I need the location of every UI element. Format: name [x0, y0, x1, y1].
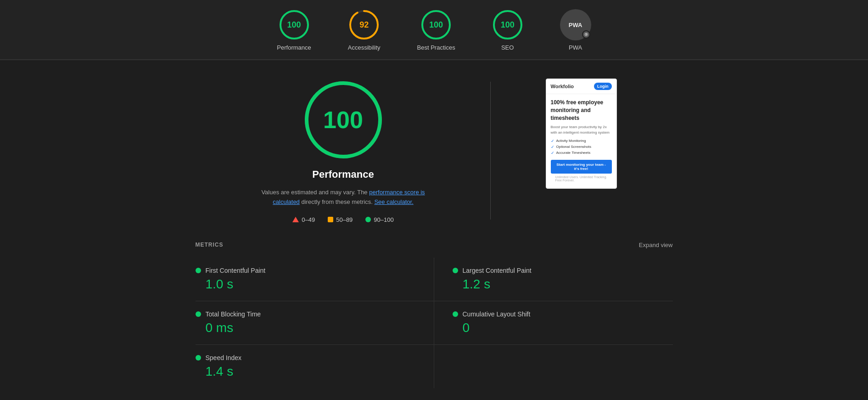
ad-feature-3: Accurate Timesheets — [551, 151, 612, 155]
calculator-link[interactable]: See calculator. — [374, 198, 413, 205]
score-item-best-practices[interactable]: 100 Best Practices — [417, 9, 455, 51]
score-number-accessibility: 92 — [359, 20, 369, 30]
metric-si-value: 1.4 s — [196, 364, 415, 379]
ad-body: 100% free employee monitoring and timesh… — [546, 94, 616, 188]
legend-red: 0–49 — [292, 216, 315, 223]
metric-lcp-name-row: Largest Contentful Paint — [453, 267, 673, 274]
score-item-pwa[interactable]: PWA ? PWA — [560, 9, 591, 51]
score-circle-accessibility: 92 — [348, 9, 380, 40]
metric-fcp-label: First Contentful Paint — [206, 267, 266, 274]
ad-subtext: Boost your team productivity by 2x with … — [551, 124, 612, 135]
score-legend: 0–49 50–89 90–100 — [292, 216, 393, 223]
left-panel: 100 Performance Values are estimated and… — [252, 79, 435, 223]
metric-si-dot — [196, 355, 201, 361]
metric-lcp-value: 1.2 s — [453, 277, 673, 292]
legend-dot-red — [292, 217, 299, 222]
ad-header: Workfolio Login — [546, 79, 616, 94]
pwa-icon: PWA ? — [560, 9, 591, 40]
score-circle-best-practices: 100 — [420, 9, 452, 40]
score-item-accessibility[interactable]: 92 Accessibility — [348, 9, 381, 51]
metric-lcp-label: Largest Contentful Paint — [463, 267, 532, 274]
score-description: Values are estimated and may vary. The p… — [256, 188, 431, 207]
metric-si: Speed Index 1.4 s — [196, 345, 434, 388]
big-score-section: 100 Performance Values are estimated and… — [159, 79, 710, 223]
metric-tbt-value: 0 ms — [196, 321, 415, 335]
score-label-pwa: PWA — [569, 44, 582, 51]
svg-text:?: ? — [585, 33, 587, 36]
ad-features: Activity Monitoring Optional Screenshots… — [551, 139, 612, 155]
vertical-divider — [490, 82, 491, 220]
score-item-performance[interactable]: 100 Performance — [277, 9, 311, 51]
metric-si-label: Speed Index — [206, 354, 242, 361]
metric-fcp: First Contentful Paint 1.0 s — [196, 258, 434, 301]
pwa-badge: ? — [582, 30, 590, 39]
ad-cta-button[interactable]: Start monitoring your team - it's free! — [551, 160, 612, 174]
legend-orange: 50–89 — [328, 216, 353, 223]
metrics-section-label: METRICS — [196, 242, 224, 248]
metric-tbt-dot — [196, 311, 201, 317]
legend-green: 90–100 — [365, 216, 393, 223]
ad-login-button[interactable]: Login — [594, 83, 612, 90]
ad-feature-2: Optional Screenshots — [551, 145, 612, 149]
score-item-seo[interactable]: 100 SEO — [492, 9, 523, 51]
score-label-accessibility: Accessibility — [348, 44, 381, 51]
ad-headline: 100% free employee monitoring and timesh… — [551, 99, 612, 122]
main-content: 100 Performance Values are estimated and… — [0, 60, 868, 388]
metric-fcp-value: 1.0 s — [196, 277, 415, 292]
score-label-best-practices: Best Practices — [417, 44, 455, 51]
ad-footer: Unlimited Users. Unlimited Tracking. Fre… — [551, 174, 612, 184]
metric-fcp-dot — [196, 268, 201, 273]
metrics-grid: First Contentful Paint 1.0 s Largest Con… — [196, 258, 673, 388]
legend-label-green: 90–100 — [374, 216, 393, 223]
expand-view-button[interactable]: Expand view — [639, 242, 673, 248]
legend-dot-orange — [328, 217, 333, 222]
score-label-performance: Performance — [277, 44, 311, 51]
metric-fcp-name-row: First Contentful Paint — [196, 267, 415, 274]
metrics-header: METRICS Expand view — [196, 242, 673, 252]
metrics-section: METRICS Expand view First Contentful Pai… — [159, 242, 710, 388]
metric-cls-value: 0 — [453, 321, 673, 335]
metric-si-name-row: Speed Index — [196, 354, 415, 361]
big-score-number: 100 — [323, 106, 363, 134]
score-number-best-practices: 100 — [429, 20, 443, 30]
ad-panel: Workfolio Login 100% free employee monit… — [546, 79, 617, 189]
pwa-icon-text: PWA — [569, 22, 582, 28]
metric-cls-name-row: Cumulative Layout Shift — [453, 310, 673, 318]
legend-label-red: 0–49 — [302, 216, 315, 223]
legend-dot-green — [365, 217, 371, 222]
metric-tbt-label: Total Blocking Time — [206, 310, 261, 318]
top-score-bar: 100 Performance 92 Accessibility 100 Bes… — [0, 0, 868, 60]
legend-label-orange: 50–89 — [336, 216, 353, 223]
metric-tbt-name-row: Total Blocking Time — [196, 310, 415, 318]
metric-cls: Cumulative Layout Shift 0 — [434, 301, 673, 345]
big-score-title: Performance — [312, 169, 374, 180]
metric-lcp: Largest Contentful Paint 1.2 s — [434, 258, 673, 301]
score-circle-performance: 100 — [279, 9, 310, 40]
ad-feature-1: Activity Monitoring — [551, 139, 612, 143]
score-label-seo: SEO — [501, 44, 514, 51]
metric-lcp-dot — [453, 268, 458, 273]
metric-cls-label: Cumulative Layout Shift — [463, 310, 531, 318]
score-number-performance: 100 — [287, 20, 301, 30]
big-score-circle: 100 — [302, 79, 385, 161]
score-number-seo: 100 — [501, 20, 515, 30]
ad-logo: Workfolio — [551, 84, 574, 89]
metric-cls-dot — [453, 311, 458, 317]
score-circle-seo: 100 — [492, 9, 523, 40]
metric-tbt: Total Blocking Time 0 ms — [196, 301, 434, 345]
